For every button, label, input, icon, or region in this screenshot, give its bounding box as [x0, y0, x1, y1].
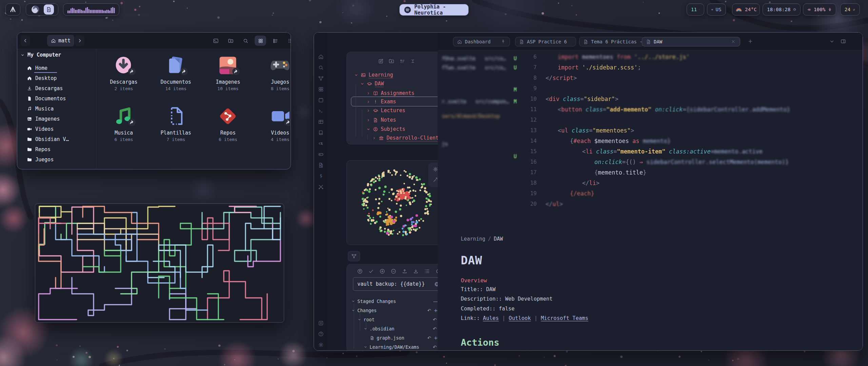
tab-dashboard[interactable]: Dashboard — [453, 37, 510, 46]
unstage-icon[interactable]: — — [433, 299, 438, 304]
sort-button[interactable] — [399, 58, 406, 64]
close-icon[interactable] — [731, 39, 736, 44]
updates-indicator[interactable]: 11 — [687, 3, 704, 16]
back-button[interactable] — [21, 35, 30, 46]
view-grid-button[interactable] — [255, 36, 266, 46]
new-folder-button[interactable] — [388, 58, 395, 64]
change-layout-button[interactable] — [423, 268, 430, 274]
discard-icon[interactable]: ↶ — [433, 317, 436, 322]
git-row-graph-json[interactable]: graph.json↶+M — [347, 333, 449, 342]
git-row-learning-daw-exams[interactable]: Learning/DAW/Exams↶+ — [347, 343, 449, 351]
new-folder-button[interactable] — [225, 36, 236, 46]
folder-repos[interactable]: Repos 6 items — [206, 105, 250, 142]
sidebar-root-computer[interactable]: My Computer — [21, 52, 61, 58]
discard-icon[interactable]: ↶ — [433, 326, 436, 331]
folder-musica[interactable]: Musica 6 items — [102, 105, 146, 142]
stage-icon[interactable]: + — [434, 335, 438, 341]
commit-button[interactable] — [368, 268, 374, 274]
tab-tema-6-pr-cticas-[interactable]: Tema 6 Prácticas -… — [579, 37, 644, 46]
tree-item-desarrollo-cliente[interactable]: Desarrollo-Cliente — [372, 135, 442, 141]
keyboard-layout-indicator[interactable]: US — [707, 3, 726, 16]
sidebar-item-descargas[interactable]: Descargas — [27, 85, 63, 92]
git-row-changes[interactable]: Changes↶+2 — [347, 306, 449, 315]
now-playing[interactable]: Polyphia - Neurotica — [399, 4, 469, 16]
tree-item-lectures[interactable]: Lectures — [367, 107, 405, 114]
ribbon-home-button[interactable] — [318, 54, 324, 60]
search-button[interactable] — [240, 36, 251, 46]
collapse-button[interactable] — [409, 58, 416, 64]
sidebar-item-home[interactable]: Home — [27, 65, 47, 71]
split-layout-button[interactable] — [840, 38, 847, 45]
ribbon-book-button[interactable] — [318, 129, 324, 136]
ribbon-table-button[interactable] — [318, 119, 324, 125]
new-tab-button[interactable] — [747, 38, 754, 45]
discard-icon[interactable]: ↶ — [427, 308, 431, 313]
discard-icon[interactable]: ↶ — [433, 344, 436, 350]
files-app-icon[interactable] — [44, 4, 54, 15]
ribbon-search-button[interactable] — [318, 64, 324, 70]
launcher-button[interactable] — [5, 3, 20, 16]
tab-asp-practice-6[interactable]: ASP Practice 6 — [515, 37, 576, 46]
tree-item-subjects[interactable]: Subjects — [367, 126, 405, 132]
new-note-button[interactable] — [377, 58, 384, 64]
forward-button[interactable] — [75, 35, 84, 46]
breadcrumb-segment[interactable]: Learning — [461, 236, 485, 242]
clock-indicator[interactable]: 18:08:28 — [763, 3, 801, 16]
volume-indicator[interactable]: 100% — [803, 3, 836, 16]
ribbon-gamepad-button[interactable] — [318, 151, 324, 157]
push-button[interactable] — [401, 268, 408, 274]
ribbon-calendar-button[interactable] — [318, 97, 324, 103]
git-row--obsidian[interactable]: .obsidian↶+ — [347, 324, 449, 333]
breadcrumb-segment[interactable]: DAW — [494, 236, 503, 242]
folder-descargas[interactable]: Descargas 2 items — [102, 55, 146, 91]
weather-indicator[interactable]: 24°C — [732, 3, 760, 16]
open-terminal-button[interactable] — [210, 36, 221, 46]
breadcrumb[interactable]: matt — [47, 35, 74, 46]
ribbon-dollar-button[interactable]: $ — [318, 173, 324, 179]
tree-item-learning[interactable]: Learning — [354, 72, 393, 78]
firefox-app-icon[interactable] — [30, 4, 40, 15]
folder-plantillas[interactable]: Plantillas 7 items — [154, 105, 198, 142]
folder-documentos[interactable]: Documentos 14 items — [154, 55, 198, 91]
git-panel-button[interactable] — [348, 251, 360, 261]
git-row-root[interactable]: root↶+ — [347, 315, 449, 324]
sidebar-item-repos[interactable]: Repos — [27, 146, 51, 152]
ribbon-terminal-button[interactable] — [318, 108, 324, 114]
pull-button[interactable] — [412, 268, 419, 274]
stage-all-button[interactable] — [379, 268, 386, 274]
sidebar-item-juegos[interactable]: Juegos — [27, 157, 54, 163]
tree-item-assignments[interactable]: Assignments — [367, 90, 414, 96]
notifications-indicator[interactable]: 24 — [840, 3, 860, 16]
tree-item-daw[interactable]: DAW — [360, 81, 384, 87]
folder-imagenes[interactable]: Imagenes 10 items — [206, 55, 250, 91]
ribbon-gear-button[interactable] — [318, 342, 324, 348]
commit-message-input[interactable] — [353, 277, 442, 291]
ribbon-help-button[interactable] — [318, 331, 324, 337]
ribbon-grid-button[interactable] — [318, 86, 324, 92]
folder-juegos[interactable]: Juegos 8 items — [258, 55, 291, 91]
sidebar-item-imagenes[interactable]: Imagenes — [27, 116, 60, 122]
ribbon-tools-button[interactable] — [318, 184, 324, 190]
view-list-button[interactable] — [270, 36, 281, 46]
ribbon-vault-button[interactable] — [318, 320, 324, 326]
unstage-all-button[interactable] — [390, 268, 397, 274]
ribbon-code-button[interactable] — [318, 140, 324, 146]
note-link[interactable]: Outlook — [509, 315, 531, 321]
pipes-window[interactable] — [35, 203, 284, 323]
tab-daw[interactable]: DAW — [642, 37, 740, 46]
ribbon-file-search-button[interactable] — [318, 162, 324, 168]
note-link[interactable]: Microsoft Teams — [541, 315, 588, 321]
tab-list-chevron-button[interactable] — [828, 38, 835, 45]
sidebar-item-musica[interactable]: Musica — [27, 106, 54, 112]
tree-item-exams[interactable]: Exams — [367, 99, 396, 105]
view-compact-button[interactable] — [284, 36, 291, 46]
sidebar-item-documentos[interactable]: Documentos — [27, 96, 66, 102]
ribbon-git-fork-button[interactable] — [318, 75, 324, 81]
sidebar-item-videos[interactable]: Videos — [27, 126, 54, 132]
stage-icon[interactable]: + — [434, 308, 438, 313]
git-row-staged-changes[interactable]: Staged Changes—0 — [347, 297, 449, 306]
tree-item-notes[interactable]: Notes — [367, 117, 396, 123]
commit-and-push-button[interactable] — [356, 268, 363, 274]
folder-videos[interactable]: Videos 4 items — [258, 105, 291, 142]
sidebar-item-obsidian-v-[interactable]: Obsidian V… — [27, 136, 69, 142]
